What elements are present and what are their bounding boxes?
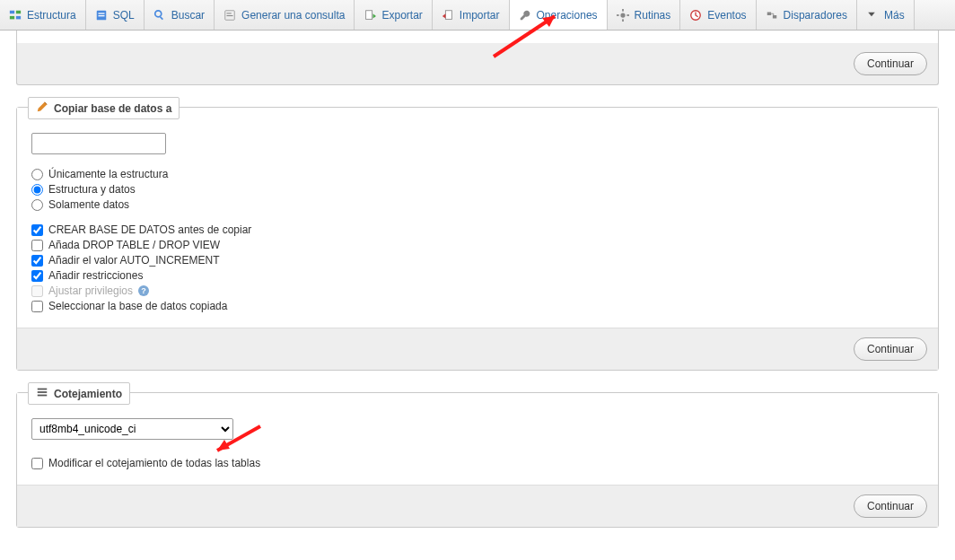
svg-rect-17 <box>617 14 619 16</box>
tab-disparadores[interactable]: Disparadores <box>757 0 857 30</box>
tab-label: Operaciones <box>537 9 598 22</box>
tab-mas[interactable]: Más <box>857 0 915 30</box>
svg-rect-3 <box>16 15 21 19</box>
chk-change-all-tables[interactable]: Modificar el cotejamiento de todas las t… <box>31 457 924 469</box>
copy-target-input[interactable] <box>31 133 166 154</box>
tab-label: Buscar <box>171 9 205 22</box>
tab-label: Disparadores <box>784 9 847 22</box>
collation-panel: Cotejamiento utf8mb4_unicode_ci Modifica… <box>16 392 939 528</box>
svg-rect-18 <box>626 14 629 16</box>
chevron-down-icon <box>866 9 879 22</box>
top-tabs: Estructura SQL Buscar Generar una consul… <box>0 0 955 31</box>
gear-icon <box>617 9 629 22</box>
tab-exportar[interactable]: Exportar <box>355 0 432 30</box>
svg-rect-5 <box>98 13 104 13</box>
copy-db-legend: Copiar base de datos a <box>28 97 180 119</box>
tab-label: SQL <box>113 9 135 22</box>
tab-importar[interactable]: Importar <box>433 0 510 30</box>
chk-create-db[interactable]: CREAR BASE DE DATOS antes de copiar <box>31 223 924 236</box>
import-icon <box>442 9 454 22</box>
continue-button[interactable]: Continuar <box>854 52 927 75</box>
tab-operaciones[interactable]: Operaciones <box>510 0 608 30</box>
tab-sql[interactable]: SQL <box>86 0 145 30</box>
svg-rect-23 <box>38 391 48 393</box>
chk-drop[interactable]: Añada DROP TABLE / DROP VIEW <box>31 239 924 251</box>
tab-rutinas[interactable]: Rutinas <box>608 0 681 30</box>
radio-structure-data[interactable]: Estructura y datos <box>31 183 924 196</box>
tab-eventos[interactable]: Eventos <box>680 0 756 30</box>
help-icon[interactable]: ? <box>138 285 149 296</box>
svg-rect-15 <box>622 9 624 12</box>
svg-rect-10 <box>227 13 232 13</box>
svg-rect-11 <box>227 15 233 16</box>
svg-rect-24 <box>38 395 48 397</box>
svg-rect-22 <box>38 389 48 390</box>
continue-button[interactable]: Continuar <box>854 494 927 518</box>
tab-label: Exportar <box>381 9 422 22</box>
continue-button[interactable]: Continuar <box>854 337 927 361</box>
query-icon <box>223 9 236 22</box>
collation-legend: Cotejamiento <box>28 382 130 405</box>
svg-rect-8 <box>159 15 162 19</box>
tab-generar[interactable]: Generar una consulta <box>215 0 355 30</box>
tab-estructura[interactable]: Estructura <box>0 0 86 30</box>
svg-rect-0 <box>10 10 14 13</box>
chk-autoinc[interactable]: Añadir el valor AUTO_INCREMENT <box>31 254 924 267</box>
svg-rect-13 <box>445 10 451 19</box>
tab-label: Rutinas <box>635 9 671 22</box>
svg-rect-1 <box>16 10 21 13</box>
list-icon <box>36 386 48 401</box>
chk-adjust-privileges: Ajustar privilegios ? <box>31 284 924 297</box>
sql-icon <box>95 9 108 22</box>
tab-label: Eventos <box>707 9 746 22</box>
svg-rect-2 <box>10 15 14 19</box>
export-icon <box>364 9 376 22</box>
collation-select[interactable]: utf8mb4_unicode_ci <box>31 418 233 440</box>
copy-db-panel: Copiar base de datos a Únicamente la est… <box>16 107 939 371</box>
tab-label: Más <box>884 9 905 22</box>
tab-label: Estructura <box>27 9 76 22</box>
svg-rect-12 <box>366 10 372 19</box>
search-icon <box>153 9 166 22</box>
chk-constraints[interactable]: Añadir restricciones <box>31 269 924 282</box>
tab-buscar[interactable]: Buscar <box>145 0 215 30</box>
radio-data-only[interactable]: Solamente datos <box>31 198 924 211</box>
svg-point-7 <box>154 10 161 16</box>
prev-panel-footer: Continuar <box>16 43 939 85</box>
wrench-icon <box>519 9 531 22</box>
chk-select-copied[interactable]: Seleccionar la base de datos copiada <box>31 300 924 312</box>
tab-label: Importar <box>460 9 500 22</box>
svg-point-14 <box>620 13 625 17</box>
trigger-icon <box>766 9 778 22</box>
svg-rect-6 <box>98 15 104 16</box>
tab-label: Generar una consulta <box>241 9 345 22</box>
svg-rect-16 <box>622 19 624 22</box>
pencil-icon <box>36 101 48 116</box>
legend-text: Cotejamiento <box>54 388 122 400</box>
clock-icon <box>689 9 702 22</box>
svg-rect-20 <box>767 12 770 15</box>
legend-text: Copiar base de datos a <box>54 102 171 115</box>
structure-icon <box>9 9 22 22</box>
radio-structure-only[interactable]: Únicamente la estructura <box>31 168 924 180</box>
